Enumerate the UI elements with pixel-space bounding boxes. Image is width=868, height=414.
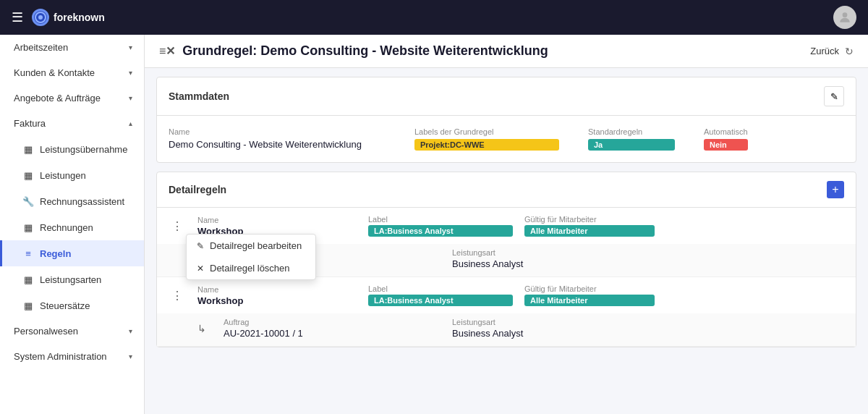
sidebar-label-leistungsarten: Leistungsarten (40, 274, 101, 285)
sidebar-label-leistungen: Leistungen (40, 170, 86, 181)
chevron-icon: ▾ (129, 94, 132, 102)
sidebar-item-rechnungsassistent[interactable]: 🔧 Rechnungsassistent (0, 188, 144, 214)
detail-col-leistungsart: Leistungsart Business Analyst (452, 318, 523, 339)
sidebar-item-personalwesen[interactable]: Personalwesen ▾ (0, 318, 144, 344)
labels-badge: Projekt:DC-WWE (414, 139, 559, 151)
context-menu: ✎ Detailregel bearbeiten ✕ Detailregel l… (186, 234, 316, 280)
mitarbeiter-label: Gültig für Mitarbeiter (524, 284, 655, 293)
detail-row-sub: ↳ Auftrag AU-2021-10001 / 1 Leistungsart… (157, 313, 856, 346)
svg-point-1 (38, 15, 43, 20)
stammdaten-content: Name Demo Consulting - Website Weiterent… (157, 116, 856, 162)
sidebar-label-personalwesen: Personalwesen (14, 326, 78, 337)
hamburger-menu[interactable]: ☰ (12, 9, 23, 25)
detailregeln-title: Detailregeln (169, 184, 226, 195)
stamm-automatisch-label: Automatisch (704, 127, 748, 136)
chevron-icon: ▴ (129, 119, 132, 127)
name-label: Name (197, 216, 357, 224)
detail-col-auftrag: Auftrag AU-2021-10001 / 1 (224, 318, 441, 339)
context-loschen-label: Detailregel löschen (210, 263, 290, 274)
back-button[interactable]: Zurück (810, 46, 839, 56)
stammdaten-title: Stammdaten (169, 90, 229, 102)
context-menu-trigger[interactable]: ⋮ (169, 219, 186, 233)
grid-icon: ▦ (22, 221, 34, 233)
stammdaten-row: Name Demo Consulting - Website Weiterent… (169, 127, 844, 151)
standardregeln-badge: Ja (588, 139, 675, 151)
user-avatar[interactable] (833, 6, 856, 29)
sidebar-label-regeln: Regeln (40, 248, 71, 259)
sidebar-label-steuersatze: Steuersätze (40, 300, 90, 311)
page-title: ≡✕ Grundregel: Demo Consulting - Website… (159, 43, 548, 59)
label-badge: LA:Business Analyst (368, 225, 513, 237)
detail-row: ⋮ Name Workshop Label LA:Business Analys… (157, 277, 856, 347)
detail-col-name: Name Workshop (197, 285, 357, 306)
sidebar-label-system-admin: System Administration (14, 351, 107, 362)
detailregeln-section: Detailregeln + ⋮ Name Workshop Label LA:… (156, 172, 856, 347)
sidebar-item-leistungsarten[interactable]: ▦ Leistungsarten (0, 266, 144, 292)
chevron-icon: ▾ (129, 69, 132, 77)
edit-icon: ✎ (197, 241, 204, 251)
leistungsart-value: Business Analyst (452, 258, 523, 269)
context-menu-loschen[interactable]: ✕ Detailregel löschen (187, 257, 315, 279)
sidebar-label-rechnungen: Rechnungen (40, 222, 93, 233)
leistungsart-value: Business Analyst (452, 328, 523, 339)
stamm-field-automatisch: Automatisch Nein (704, 127, 748, 151)
sidebar-item-system-admin[interactable]: System Administration ▾ (0, 344, 144, 369)
logo: foreknown (32, 9, 105, 26)
sidebar-label-faktura: Faktura (14, 118, 46, 129)
page-title-text: Grundregel: Demo Consulting - Website We… (182, 43, 548, 59)
sidebar-label-kunden: Kunden & Kontakte (14, 67, 95, 78)
grid-icon: ▦ (22, 143, 34, 155)
delete-icon: ✕ (197, 263, 204, 274)
label-badge: LA:Business Analyst (368, 295, 513, 306)
topbar: ☰ foreknown (0, 0, 868, 35)
sidebar-item-regeln[interactable]: ≡ Regeln (0, 240, 144, 266)
detailregeln-header: Detailregeln + (157, 172, 856, 208)
sidebar-item-rechnungen[interactable]: ▦ Rechnungen (0, 214, 144, 240)
mitarbeiter-badge: Alle Mitarbeiter (524, 295, 655, 306)
chevron-icon: ▾ (129, 43, 132, 51)
label-label: Label (368, 215, 513, 224)
redirect-icon: ↳ (197, 323, 206, 334)
sidebar-item-kunden[interactable]: Kunden & Kontakte ▾ (0, 60, 144, 85)
stamm-field-standardregeln: Standardregeln Ja (588, 127, 675, 151)
context-menu-bearbeiten[interactable]: ✎ Detailregel bearbeiten (187, 235, 315, 257)
sidebar-item-leistungen[interactable]: ▦ Leistungen (0, 162, 144, 188)
grid-icon: ▦ (22, 300, 34, 311)
context-menu-trigger[interactable]: ⋮ (169, 289, 186, 303)
add-detailregel-button[interactable]: + (827, 181, 844, 198)
sidebar-item-faktura[interactable]: Faktura ▴ (0, 111, 144, 136)
svg-point-2 (843, 12, 848, 17)
edit-stammdaten-button[interactable]: ✎ (824, 86, 844, 106)
page-header-actions: Zurück ↻ (810, 46, 854, 57)
sidebar-item-arbeitszeiten[interactable]: Arbeitszeiten ▾ (0, 35, 144, 60)
grid-icon: ▦ (22, 169, 34, 181)
main-content: ≡✕ Grundregel: Demo Consulting - Website… (145, 35, 868, 414)
label-label: Label (368, 284, 513, 293)
sidebar-item-steuersatze[interactable]: ▦ Steuersätze (0, 292, 144, 318)
detail-row-main: ⋮ Name Workshop Label LA:Business Analys… (157, 277, 856, 313)
sidebar-item-angebote[interactable]: Angebote & Aufträge ▾ (0, 85, 144, 111)
detail-col-label: Label LA:Business Analyst (368, 215, 513, 237)
mitarbeiter-badge: Alle Mitarbeiter (524, 225, 655, 237)
detail-col-leistungsart: Leistungsart Business Analyst (452, 248, 523, 269)
sidebar-label-rechnungsassistent: Rechnungsassistent (40, 196, 124, 207)
logo-icon (32, 9, 49, 26)
grid-icon: ▦ (22, 274, 34, 285)
mitarbeiter-label: Gültig für Mitarbeiter (524, 215, 655, 224)
page-header: ≡✕ Grundregel: Demo Consulting - Website… (145, 35, 868, 68)
leistungsart-label: Leistungsart (452, 248, 523, 257)
chevron-icon: ▾ (129, 352, 132, 360)
refresh-icon[interactable]: ↻ (845, 46, 854, 57)
stammdaten-section: Stammdaten ✎ Name Demo Consulting - Webs… (156, 77, 856, 163)
automatisch-badge: Nein (704, 139, 748, 151)
chevron-icon: ▾ (129, 327, 132, 335)
sidebar-item-leistungsubernahme[interactable]: ▦ Leistungsübernahme (0, 136, 144, 162)
stammdaten-header: Stammdaten ✎ (157, 77, 856, 116)
sidebar: Arbeitszeiten ▾ Kunden & Kontakte ▾ Ange… (0, 35, 145, 414)
auftrag-label: Auftrag (224, 318, 441, 326)
detail-col-mitarbeiter: Gültig für Mitarbeiter Alle Mitarbeiter (524, 215, 655, 237)
detail-row: ⋮ Name Workshop Label LA:Business Analys… (157, 208, 856, 277)
stamm-standardregeln-label: Standardregeln (588, 127, 675, 136)
logo-text: foreknown (54, 12, 105, 23)
context-bearbeiten-label: Detailregel bearbeiten (210, 240, 302, 251)
